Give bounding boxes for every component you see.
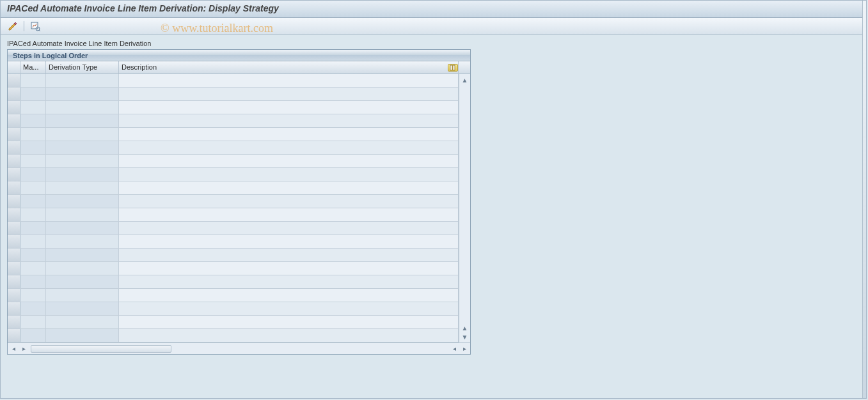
table-row[interactable] bbox=[8, 88, 459, 101]
horizontal-scrollbar[interactable]: ◂ ▸ ◂ ▸ bbox=[8, 342, 470, 354]
cell-derivation-type[interactable] bbox=[46, 114, 119, 127]
table-row[interactable] bbox=[8, 275, 459, 289]
cell-derivation-type[interactable] bbox=[46, 249, 119, 261]
analysis-button[interactable] bbox=[28, 20, 42, 33]
cell-description[interactable] bbox=[119, 289, 459, 302]
row-selector[interactable] bbox=[8, 249, 20, 261]
scroll-right-icon[interactable]: ◂ bbox=[450, 344, 459, 353]
table-row[interactable] bbox=[8, 155, 459, 168]
row-selector[interactable] bbox=[8, 289, 20, 302]
cell-description[interactable] bbox=[119, 316, 459, 328]
cell-description[interactable] bbox=[119, 235, 459, 248]
cell-ma[interactable] bbox=[20, 316, 46, 328]
row-selector[interactable] bbox=[8, 168, 20, 181]
row-selector[interactable] bbox=[8, 155, 20, 167]
cell-ma[interactable] bbox=[20, 114, 46, 127]
table-row[interactable] bbox=[8, 101, 459, 114]
cell-description[interactable] bbox=[119, 88, 459, 100]
table-row[interactable] bbox=[8, 222, 459, 235]
row-selector[interactable] bbox=[8, 74, 20, 87]
table-row[interactable] bbox=[8, 249, 459, 262]
cell-ma[interactable] bbox=[20, 302, 46, 315]
row-selector[interactable] bbox=[8, 88, 20, 100]
table-row[interactable] bbox=[8, 168, 459, 181]
scroll-down-step-icon[interactable]: ▲ bbox=[461, 323, 470, 332]
row-selector[interactable] bbox=[8, 114, 20, 127]
cell-derivation-type[interactable] bbox=[46, 222, 119, 235]
cell-description[interactable] bbox=[119, 168, 459, 181]
cell-derivation-type[interactable] bbox=[46, 302, 119, 315]
table-row[interactable] bbox=[8, 235, 459, 249]
cell-description[interactable] bbox=[119, 74, 459, 87]
cell-derivation-type[interactable] bbox=[46, 88, 119, 100]
scroll-first-icon[interactable]: ◂ bbox=[9, 344, 18, 353]
row-selector[interactable] bbox=[8, 141, 20, 154]
table-row[interactable] bbox=[8, 141, 459, 155]
table-row[interactable] bbox=[8, 329, 459, 342]
col-header-ma[interactable]: Ma... bbox=[20, 61, 46, 73]
cell-description[interactable] bbox=[119, 181, 459, 194]
col-header-selector[interactable] bbox=[8, 61, 20, 73]
cell-ma[interactable] bbox=[20, 289, 46, 302]
cell-description[interactable] bbox=[119, 222, 459, 235]
cell-ma[interactable] bbox=[20, 262, 46, 275]
cell-ma[interactable] bbox=[20, 249, 46, 261]
table-row[interactable] bbox=[8, 262, 459, 275]
cell-ma[interactable] bbox=[20, 275, 46, 288]
cell-derivation-type[interactable] bbox=[46, 101, 119, 114]
cell-derivation-type[interactable] bbox=[46, 128, 119, 141]
cell-derivation-type[interactable] bbox=[46, 289, 119, 302]
row-selector[interactable] bbox=[8, 262, 20, 275]
row-selector[interactable] bbox=[8, 101, 20, 114]
cell-derivation-type[interactable] bbox=[46, 181, 119, 194]
cell-derivation-type[interactable] bbox=[46, 74, 119, 87]
table-row[interactable] bbox=[8, 195, 459, 208]
row-selector[interactable] bbox=[8, 208, 20, 221]
table-row[interactable] bbox=[8, 181, 459, 195]
col-header-derivation-type[interactable]: Derivation Type bbox=[46, 61, 119, 73]
cell-description[interactable] bbox=[119, 208, 459, 221]
cell-description[interactable] bbox=[119, 249, 459, 261]
configure-columns-button[interactable] bbox=[447, 61, 459, 74]
scroll-left-icon[interactable]: ▸ bbox=[19, 344, 28, 353]
row-selector[interactable] bbox=[8, 316, 20, 328]
cell-description[interactable] bbox=[119, 302, 459, 315]
cell-description[interactable] bbox=[119, 141, 459, 154]
cell-ma[interactable] bbox=[20, 208, 46, 221]
row-selector[interactable] bbox=[8, 195, 20, 208]
cell-ma[interactable] bbox=[20, 128, 46, 141]
row-selector[interactable] bbox=[8, 222, 20, 235]
cell-derivation-type[interactable] bbox=[46, 195, 119, 208]
cell-description[interactable] bbox=[119, 195, 459, 208]
cell-ma[interactable] bbox=[20, 141, 46, 154]
cell-derivation-type[interactable] bbox=[46, 329, 119, 342]
cell-derivation-type[interactable] bbox=[46, 262, 119, 275]
cell-description[interactable] bbox=[119, 114, 459, 127]
cell-ma[interactable] bbox=[20, 235, 46, 248]
col-header-description[interactable]: Description bbox=[119, 61, 459, 73]
cell-derivation-type[interactable] bbox=[46, 208, 119, 221]
cell-derivation-type[interactable] bbox=[46, 275, 119, 288]
cell-description[interactable] bbox=[119, 128, 459, 141]
row-selector[interactable] bbox=[8, 302, 20, 315]
cell-derivation-type[interactable] bbox=[46, 168, 119, 181]
cell-ma[interactable] bbox=[20, 168, 46, 181]
cell-ma[interactable] bbox=[20, 329, 46, 342]
cell-ma[interactable] bbox=[20, 101, 46, 114]
cell-ma[interactable] bbox=[20, 181, 46, 194]
table-row[interactable] bbox=[8, 208, 459, 222]
row-selector[interactable] bbox=[8, 329, 20, 342]
cell-derivation-type[interactable] bbox=[46, 235, 119, 248]
vertical-scrollbar[interactable]: ▲ ▲ ▼ bbox=[459, 74, 470, 342]
row-selector[interactable] bbox=[8, 275, 20, 288]
cell-derivation-type[interactable] bbox=[46, 316, 119, 328]
table-row[interactable] bbox=[8, 289, 459, 302]
cell-description[interactable] bbox=[119, 262, 459, 275]
cell-ma[interactable] bbox=[20, 74, 46, 87]
table-row[interactable] bbox=[8, 302, 459, 316]
table-row[interactable] bbox=[8, 128, 459, 141]
cell-description[interactable] bbox=[119, 329, 459, 342]
row-selector[interactable] bbox=[8, 128, 20, 141]
cell-description[interactable] bbox=[119, 101, 459, 114]
scroll-up-icon[interactable]: ▲ bbox=[461, 75, 470, 84]
